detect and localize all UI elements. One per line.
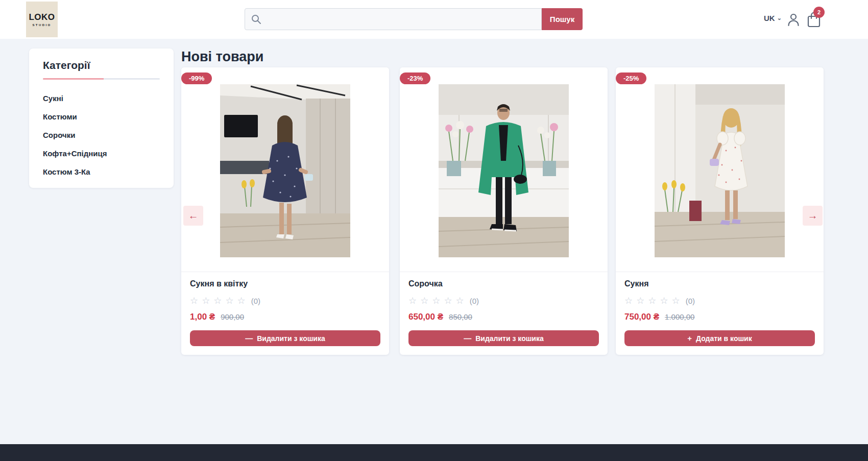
sidebar-item-sukni[interactable]: Сукні [43, 89, 160, 108]
sidebar-item-kostyum-3ka[interactable]: Костюм 3-Ка [43, 163, 160, 181]
rating: ☆ ☆ ☆ ☆ ☆ (0) [190, 295, 380, 306]
product-card[interactable]: -23% [400, 67, 608, 355]
title-underline [43, 78, 160, 80]
categories-title: Категорії [43, 59, 160, 71]
search-icon [251, 14, 261, 25]
star-icon: ☆ [190, 295, 198, 306]
product-image-area[interactable]: -23% [400, 67, 608, 272]
carousel-next-button[interactable]: → [803, 206, 823, 226]
star-icon: ☆ [672, 295, 680, 306]
old-price: 850,00 [449, 312, 472, 321]
star-icon: ☆ [660, 295, 668, 306]
sidebar-item-kofta-spidnytsia[interactable]: Кофта+Спідниця [43, 144, 160, 163]
rating: ☆ ☆ ☆ ☆ ☆ (0) [408, 295, 599, 306]
star-icon: ☆ [444, 295, 452, 306]
product-image [655, 84, 785, 257]
product-info: Сорочка ☆ ☆ ☆ ☆ ☆ (0) 650,00 ₴ 850,00 [400, 272, 608, 322]
remove-from-cart-button[interactable]: — Видалити з кошика [190, 330, 380, 346]
star-icon: ☆ [225, 295, 233, 306]
chevron-down-icon: ⌄ [777, 15, 782, 21]
storefront-page: LOKO STUDIO Пошук UK ⌄ [0, 0, 868, 461]
add-to-cart-button[interactable]: + Додати в кошик [624, 330, 815, 346]
star-icon: ☆ [213, 295, 222, 306]
search-bar: Пошук [245, 8, 583, 30]
carousel-prev-button[interactable]: ← [183, 206, 203, 226]
product-image-area[interactable]: -25% [616, 67, 824, 272]
star-icon: ☆ [456, 295, 464, 306]
discount-badge: -23% [400, 72, 430, 84]
language-label: UK [764, 14, 775, 22]
product-info: Сукня ☆ ☆ ☆ ☆ ☆ (0) 750,00 ₴ 1.000,00 [616, 272, 824, 322]
star-icon: ☆ [202, 295, 210, 306]
search-button[interactable]: Пошук [542, 8, 583, 30]
plus-icon: + [687, 334, 692, 343]
discount-badge: -99% [181, 72, 212, 84]
old-price: 1.000,00 [665, 312, 694, 321]
sidebar-item-kostyumy[interactable]: Костюми [43, 108, 160, 126]
old-price: 900,00 [221, 312, 244, 321]
arrow-right-icon: → [808, 210, 818, 222]
price-row: 1,00 ₴ 900,00 [190, 312, 380, 322]
rating-count: (0) [686, 297, 695, 305]
rating: ☆ ☆ ☆ ☆ ☆ (0) [624, 295, 815, 306]
rating-count: (0) [470, 297, 479, 305]
footer [0, 444, 868, 461]
star-icon: ☆ [636, 295, 644, 306]
minus-icon: — [464, 334, 471, 343]
product-image-area[interactable]: -99% [181, 67, 389, 272]
button-label: Додати в кошик [696, 334, 752, 343]
product-image [439, 84, 569, 257]
language-selector[interactable]: UK ⌄ [764, 14, 782, 22]
minus-icon: — [245, 334, 253, 343]
price-row: 750,00 ₴ 1.000,00 [624, 312, 815, 322]
logo-subtext: STUDIO [32, 23, 51, 27]
sidebar-item-sorochky[interactable]: Сорочки [43, 126, 160, 144]
product-card[interactable]: -25% [616, 67, 824, 355]
discount-badge: -25% [616, 72, 646, 84]
product-title[interactable]: Сукня в квітку [190, 279, 380, 288]
price-row: 650,00 ₴ 850,00 [408, 312, 599, 322]
header: LOKO STUDIO Пошук UK ⌄ [0, 0, 868, 39]
product-card[interactable]: -99% [181, 67, 389, 355]
categories-panel: Категорії Сукні Костюми Сорочки Кофта+Сп… [29, 48, 174, 188]
page-title: Нові товари [181, 49, 263, 65]
star-icon: ☆ [237, 295, 246, 306]
button-label: Видалити з кошика [257, 334, 325, 343]
cart-count-badge[interactable]: 2 [813, 7, 825, 18]
button-label: Видалити з кошика [475, 334, 544, 343]
current-price: 650,00 ₴ [408, 312, 443, 322]
star-icon: ☆ [420, 295, 428, 306]
category-list: Сукні Костюми Сорочки Кофта+Спідниця Кос… [43, 89, 160, 181]
product-info: Сукня в квітку ☆ ☆ ☆ ☆ ☆ (0) 1,00 ₴ 900,… [181, 272, 389, 322]
star-icon: ☆ [648, 295, 656, 306]
product-title[interactable]: Сукня [624, 279, 815, 288]
star-icon: ☆ [432, 295, 440, 306]
search-input[interactable] [245, 8, 542, 30]
account-icon[interactable] [787, 12, 800, 27]
star-icon: ☆ [624, 295, 633, 306]
remove-from-cart-button[interactable]: — Видалити з кошика [408, 330, 599, 346]
product-title[interactable]: Сорочка [408, 279, 599, 288]
logo[interactable]: LOKO STUDIO [26, 2, 58, 37]
arrow-left-icon: ← [188, 210, 199, 222]
star-icon: ☆ [408, 295, 417, 306]
current-price: 750,00 ₴ [624, 312, 659, 322]
product-image [220, 84, 350, 257]
current-price: 1,00 ₴ [190, 312, 215, 322]
rating-count: (0) [251, 297, 260, 305]
logo-text: LOKO [29, 12, 55, 22]
